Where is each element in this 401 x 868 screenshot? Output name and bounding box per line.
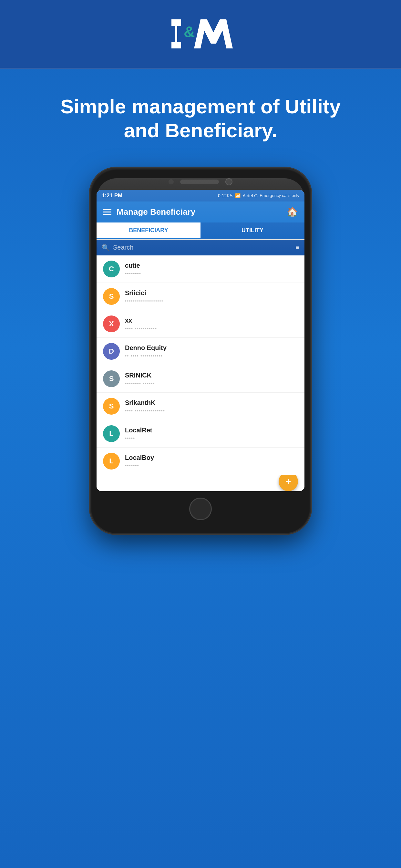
phone-mockup: 1:21 PM 0.12K/s 📶 Airtel G Emergency cal… — [0, 162, 401, 553]
item-sub: ••••• — [125, 435, 298, 441]
list-item[interactable]: C cutie •••••••• — [96, 255, 305, 283]
item-info: xx •••• ••••••••••• — [125, 317, 298, 331]
item-sub: ••••••• — [125, 463, 298, 468]
item-name: SrikanthK — [125, 399, 298, 407]
beneficiary-list: C cutie •••••••• S Sriicici ••••••••••••… — [96, 255, 305, 491]
wifi-icon: 📶 — [235, 193, 241, 198]
search-bar: 🔍 Search ≡ — [96, 240, 305, 255]
item-sub: •••• ••••••••••• — [125, 326, 298, 331]
list-item[interactable]: S Sriicici ••••••••••••••••••• — [96, 283, 305, 310]
svg-text:&: & — [184, 23, 195, 40]
item-name: Denno Equity — [125, 344, 298, 352]
header-left: Manage Beneficiary — [103, 207, 195, 217]
search-icon: 🔍 — [102, 244, 110, 252]
item-info: cutie •••••••• — [125, 262, 298, 276]
list-item[interactable]: D Denno Equity •• •••• ••••••••••• — [96, 338, 305, 365]
phone-bottom — [96, 498, 305, 520]
home-icon[interactable]: 🏠 — [287, 207, 298, 217]
add-fab-button[interactable]: + — [279, 475, 298, 491]
item-sub: •••••••• — [125, 271, 298, 276]
item-name: xx — [125, 317, 298, 324]
item-info: LocalBoy ••••••• — [125, 454, 298, 468]
tab-bar: BENEFICIARY UTILITY — [96, 222, 305, 240]
list-item[interactable]: L LocalRet ••••• — [96, 420, 305, 447]
status-notice: Emergency calls only — [259, 193, 299, 198]
search-input-area[interactable]: 🔍 Search — [102, 244, 296, 252]
physical-home-button[interactable] — [189, 498, 212, 520]
status-time: 1:21 PM — [102, 192, 122, 199]
status-right: 0.12K/s 📶 Airtel G Emergency calls only — [218, 193, 299, 198]
fab-container: + — [96, 475, 305, 491]
item-info: SrikanthK •••• ••••••••••••••• — [125, 399, 298, 413]
item-name: LocalBoy — [125, 454, 298, 461]
item-sub: •••••••• •••••• — [125, 380, 298, 386]
item-sub: •• •••• ••••••••••• — [125, 353, 298, 359]
status-network: Airtel G — [243, 193, 258, 198]
avatar: S — [103, 370, 120, 387]
item-name: cutie — [125, 262, 298, 269]
hamburger-line-1 — [103, 209, 112, 210]
speaker — [180, 180, 219, 184]
avatar: S — [103, 398, 120, 414]
item-sub: ••••••••••••••••••• — [125, 298, 298, 304]
camera — [225, 178, 233, 185]
avatar: L — [103, 425, 120, 442]
phone-top-bar — [96, 178, 305, 185]
avatar: D — [103, 343, 120, 360]
hamburger-line-2 — [103, 212, 112, 213]
phone-screen: 1:21 PM 0.12K/s 📶 Airtel G Emergency cal… — [96, 190, 305, 491]
item-info: Sriicici ••••••••••••••••••• — [125, 289, 298, 304]
app-header: Manage Beneficiary 🏠 — [96, 202, 305, 222]
item-name: SRINICK — [125, 372, 298, 379]
tab-utility[interactable]: UTILITY — [201, 222, 305, 239]
list-item[interactable]: L LocalBoy ••••••• — [96, 447, 305, 475]
item-info: Denno Equity •• •••• ••••••••••• — [125, 344, 298, 359]
list-item[interactable]: S SRINICK •••••••• •••••• — [96, 365, 305, 393]
top-banner: & — [0, 0, 401, 69]
avatar: L — [103, 453, 120, 469]
list-item[interactable]: S SrikanthK •••• ••••••••••••••• — [96, 393, 305, 420]
item-name: Sriicici — [125, 289, 298, 297]
avatar: C — [103, 260, 120, 277]
phone-device: 1:21 PM 0.12K/s 📶 Airtel G Emergency cal… — [91, 168, 310, 533]
filter-icon[interactable]: ≡ — [296, 244, 299, 251]
list-item[interactable]: X xx •••• ••••••••••• — [96, 310, 305, 338]
item-sub: •••• ••••••••••••••• — [125, 408, 298, 413]
item-name: LocalRet — [125, 427, 298, 434]
item-info: SRINICK •••••••• •••••• — [125, 372, 298, 386]
tab-beneficiary[interactable]: BENEFICIARY — [96, 222, 201, 239]
tagline: Simple management of Utility and Benefic… — [28, 69, 373, 162]
avatar: X — [103, 315, 120, 332]
status-speed: 0.12K/s — [218, 193, 233, 198]
sensor — [168, 179, 174, 184]
status-bar: 1:21 PM 0.12K/s 📶 Airtel G Emergency cal… — [96, 190, 305, 202]
logo: & — [165, 13, 236, 52]
search-placeholder: Search — [113, 244, 133, 251]
hamburger-menu[interactable] — [103, 209, 112, 215]
avatar: S — [103, 288, 120, 305]
page-title: Manage Beneficiary — [117, 207, 195, 217]
item-info: LocalRet ••••• — [125, 427, 298, 441]
hamburger-line-3 — [103, 214, 112, 215]
